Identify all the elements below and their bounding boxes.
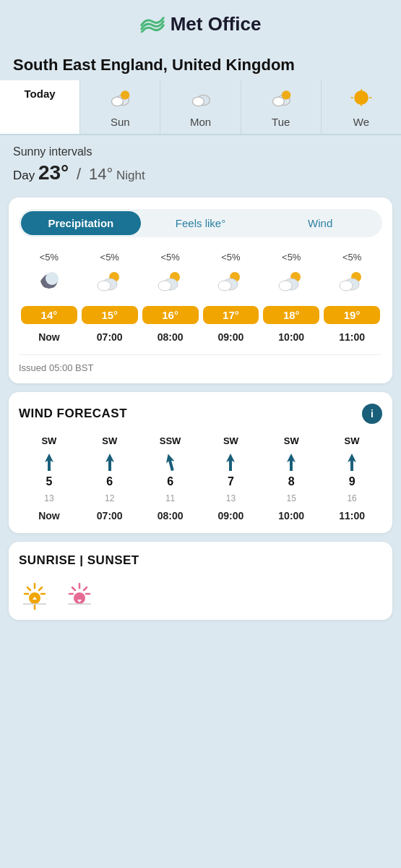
tab-tue-label: Tue <box>272 116 290 128</box>
wind-arrow-4: 8 <box>261 451 322 490</box>
svg-rect-41 <box>350 459 353 471</box>
icon-2 <box>140 268 201 300</box>
precip-1: <5% <box>79 250 140 264</box>
wind-speed-1: 6 <box>106 475 113 488</box>
wind-time-0: Now <box>19 507 79 523</box>
sunrise-item <box>19 578 51 610</box>
tab-wed-label: We <box>353 116 369 128</box>
main-forecast-card: Precipitation Feels like° Wind <5% <5% <… <box>9 197 392 383</box>
hourly-grid: <5% <5% <5% <5% <5% <5% <box>19 250 382 344</box>
temp-separator: / <box>77 165 81 183</box>
icon-3 <box>201 268 262 300</box>
svg-rect-37 <box>229 459 232 471</box>
temp-5: 19° <box>324 306 380 324</box>
wind-dir-4: SW <box>261 434 322 448</box>
wind-arrow-1: 6 <box>79 451 140 490</box>
wind-forecast-card: WIND FORECAST i SW SW SSW SW SW SW 5 6 <box>9 392 392 533</box>
night-temp: 14° <box>89 165 113 183</box>
svg-rect-35 <box>168 459 173 470</box>
svg-point-1 <box>112 97 124 106</box>
pill-tab-precipitation[interactable]: Precipitation <box>21 211 141 235</box>
svg-line-56 <box>84 587 87 590</box>
wind-grid: SW SW SSW SW SW SW 5 6 6 <box>19 434 382 523</box>
logo-text: Met Office <box>171 13 262 35</box>
svg-point-29 <box>340 281 353 291</box>
wind-speed-5: 9 <box>349 475 355 488</box>
wind-gust-0: 13 <box>19 493 79 504</box>
wind-gust-5: 16 <box>322 493 382 504</box>
svg-point-6 <box>272 97 284 106</box>
precip-4: <5% <box>261 250 322 264</box>
wind-speed-4: 8 <box>288 475 295 488</box>
temp-2: 16° <box>142 306 199 324</box>
tab-sun-icon <box>108 88 131 113</box>
icon-4 <box>261 268 322 300</box>
tab-tue[interactable]: Tue <box>241 80 322 134</box>
time-2: 08:00 <box>140 330 201 344</box>
svg-line-55 <box>72 587 75 590</box>
icon-1 <box>79 268 140 300</box>
wind-gust-2: 11 <box>140 493 201 504</box>
wind-time-5: 11:00 <box>322 507 382 523</box>
night-label: Night <box>116 169 145 182</box>
wind-gust-3: 13 <box>201 493 262 504</box>
location-title: South East England, United Kingdom <box>0 46 401 80</box>
wind-arrow-0: 5 <box>19 451 79 490</box>
met-office-logo-icon <box>140 17 165 33</box>
icon-0 <box>19 268 79 300</box>
time-3: 09:00 <box>201 330 262 344</box>
tab-sun-label: Sun <box>111 116 130 128</box>
day-temp: 23° <box>38 161 69 184</box>
wind-time-2: 08:00 <box>140 507 201 523</box>
svg-rect-39 <box>290 459 293 471</box>
svg-rect-31 <box>48 459 51 471</box>
temp-3: 17° <box>203 306 259 324</box>
svg-point-14 <box>46 272 59 285</box>
sunrise-icon <box>19 578 51 610</box>
wind-dir-0: SW <box>19 434 79 448</box>
svg-line-47 <box>39 587 42 590</box>
svg-point-26 <box>279 281 292 291</box>
wind-dir-2: SSW <box>140 434 201 448</box>
precip-5: <5% <box>322 250 382 264</box>
pill-tabs: Precipitation Feels like° Wind <box>19 209 382 237</box>
tab-wed[interactable]: We <box>322 80 401 134</box>
svg-point-2 <box>121 90 129 99</box>
wind-card-title: WIND FORECAST <box>19 407 127 421</box>
wind-time-3: 09:00 <box>201 507 262 523</box>
issued-text: Issued 05:00 BST <box>19 354 382 373</box>
wind-time-1: 07:00 <box>79 507 140 523</box>
wind-dir-3: SW <box>201 434 262 448</box>
icon-5 <box>322 268 382 300</box>
pill-tab-wind[interactable]: Wind <box>260 211 380 235</box>
wind-speed-3: 7 <box>228 475 234 488</box>
wind-speed-2: 6 <box>167 475 173 488</box>
time-0: Now <box>19 330 79 344</box>
svg-point-20 <box>158 281 171 291</box>
pill-tab-feels-like[interactable]: Feels like° <box>141 211 261 235</box>
svg-line-46 <box>27 587 30 590</box>
svg-point-17 <box>98 281 111 291</box>
wind-speed-0: 5 <box>46 475 52 488</box>
wind-info-button[interactable]: i <box>362 404 382 424</box>
day-label: Day <box>13 169 35 182</box>
tab-sun[interactable]: Sun <box>80 80 160 134</box>
tab-today[interactable]: Today <box>0 80 80 135</box>
time-4: 10:00 <box>261 330 322 344</box>
wind-time-4: 10:00 <box>261 507 322 523</box>
svg-point-4 <box>192 97 204 106</box>
svg-rect-33 <box>108 459 111 471</box>
tab-mon[interactable]: Mon <box>160 80 241 134</box>
weather-summary: Sunny intervals Day 23° / 14° Night <box>0 135 401 192</box>
svg-point-8 <box>354 90 368 105</box>
sunset-item <box>64 578 95 610</box>
tab-today-label: Today <box>25 88 56 100</box>
sun-row <box>19 578 382 610</box>
temp-0: 14° <box>21 306 77 324</box>
tab-mon-icon <box>189 88 212 113</box>
wind-arrow-2: 6 <box>140 451 201 490</box>
precip-3: <5% <box>201 250 262 264</box>
wind-gust-4: 15 <box>261 493 322 504</box>
svg-point-23 <box>218 281 231 291</box>
tab-tue-icon <box>270 88 293 113</box>
